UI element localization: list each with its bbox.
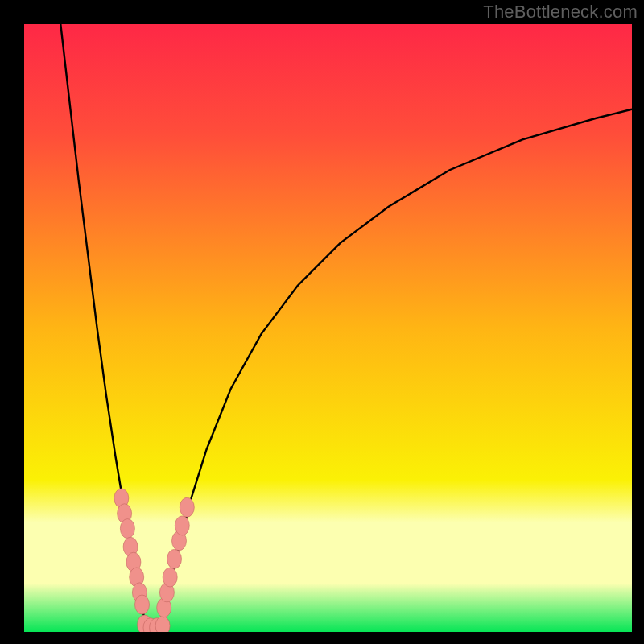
chart-frame: TheBottleneck.com: [0, 0, 644, 644]
watermark-text: TheBottleneck.com: [483, 2, 638, 23]
curve-layer: [24, 24, 632, 632]
right-branch-path: [158, 109, 632, 630]
curve-marker: [167, 549, 182, 568]
curve-marker: [180, 497, 194, 517]
marker-layer: [114, 489, 195, 632]
curve-marker: [135, 595, 150, 614]
plot-area: [24, 24, 632, 632]
curve-marker: [175, 516, 189, 535]
curve-marker: [163, 568, 177, 587]
curve-marker: [120, 519, 134, 539]
